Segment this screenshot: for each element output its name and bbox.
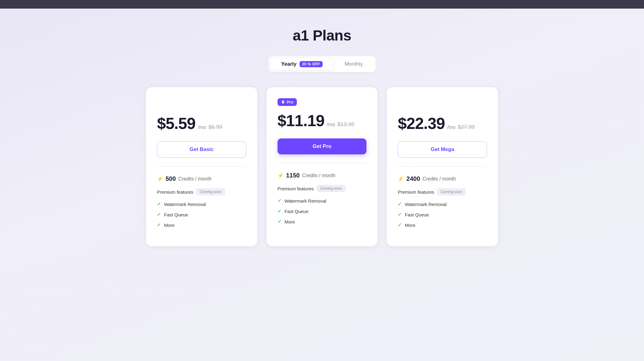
- credits-amount-mega: 2400: [406, 175, 420, 182]
- pro-badge-label: Pro: [287, 100, 293, 104]
- price-row-mega: $22.39 /mo $27.99: [398, 114, 487, 133]
- feature-list-mega: ✓ Watermark Removal ✓ Fast Queue ✓ More: [398, 201, 487, 228]
- feature-queue-basic: ✓ Fast Queue: [157, 212, 246, 217]
- credits-row-basic: ⚡ 500 Credits / month: [157, 175, 246, 182]
- check-icon-watermark-pro: ✓: [278, 198, 282, 204]
- coming-soon-mega: Coming soon: [437, 188, 466, 195]
- check-icon-watermark-basic: ✓: [157, 201, 161, 207]
- credits-amount-basic: 500: [166, 175, 176, 182]
- original-price-basic: $6.99: [209, 124, 222, 130]
- plan-card-pro: ♛ Pro $11.19 /mo $13.99 Get Pro ⚡ 1150 C…: [266, 87, 378, 246]
- price-row-basic: $5.59 /mo $6.99: [157, 114, 246, 133]
- lightning-icon-pro: ⚡: [278, 173, 284, 178]
- discount-badge: 20 % OFF: [300, 61, 323, 67]
- premium-label-mega: Premium features: [398, 189, 434, 195]
- get-mega-button[interactable]: Get Mega: [398, 141, 487, 158]
- plan-card-mega: $22.39 /mo $27.99 Get Mega ⚡ 2400 Credit…: [386, 87, 498, 246]
- coming-soon-pro: Coming soon: [317, 185, 345, 192]
- original-price-pro: $13.99: [337, 121, 354, 128]
- top-bar: [0, 0, 644, 9]
- credits-amount-pro: 1150: [286, 172, 300, 179]
- plan-card-basic: $5.59 /mo $6.99 Get Basic ⚡ 500 Credits …: [146, 87, 258, 246]
- premium-row-pro: Premium features Coming soon: [278, 185, 367, 192]
- check-icon-queue-mega: ✓: [398, 212, 402, 217]
- toggle-yearly[interactable]: Yearly 20 % OFF: [270, 58, 334, 70]
- price-pro: $11.19: [278, 111, 324, 130]
- monthly-label: Monthly: [345, 61, 363, 67]
- credits-label-mega: Credits / month: [423, 176, 456, 182]
- premium-label-pro: Premium features: [278, 186, 314, 191]
- feature-watermark-basic: ✓ Watermark Removal: [157, 201, 246, 207]
- feature-watermark-mega: ✓ Watermark Removal: [398, 201, 487, 207]
- coming-soon-basic: Coming soon: [196, 188, 225, 195]
- premium-row-mega: Premium features Coming soon: [398, 188, 487, 195]
- credits-label-pro: Credits / month: [302, 173, 335, 178]
- plans-container: $5.59 /mo $6.99 Get Basic ⚡ 500 Credits …: [146, 87, 498, 246]
- period-pro: /mo: [327, 122, 335, 127]
- feature-more-mega: ✓ More: [398, 222, 487, 228]
- feature-text-queue-basic: Fast Queue: [164, 212, 188, 217]
- price-basic: $5.59: [157, 114, 195, 133]
- premium-label-basic: Premium features: [157, 189, 193, 195]
- premium-row-basic: Premium features Coming soon: [157, 188, 246, 195]
- page-title: a1 Plans: [293, 27, 351, 44]
- divider-basic: [157, 166, 246, 167]
- period-mega: /mo: [447, 125, 455, 130]
- price-row-pro: $11.19 /mo $13.99: [278, 111, 367, 130]
- page-content: a1 Plans Yearly 20 % OFF Monthly $5.59 /…: [107, 9, 537, 271]
- check-icon-queue-pro: ✓: [278, 208, 282, 214]
- feature-text-more-pro: More: [285, 219, 295, 224]
- get-basic-button[interactable]: Get Basic: [157, 141, 246, 158]
- feature-text-watermark-basic: Watermark Removal: [164, 202, 206, 207]
- lightning-icon-basic: ⚡: [157, 176, 163, 182]
- credits-label-basic: Credits / month: [178, 176, 211, 182]
- get-pro-button[interactable]: Get Pro: [278, 138, 367, 154]
- crown-icon: ♛: [281, 100, 285, 104]
- feature-text-queue-mega: Fast Queue: [405, 212, 429, 217]
- credits-row-mega: ⚡ 2400 Credits / month: [398, 175, 487, 182]
- feature-queue-mega: ✓ Fast Queue: [398, 212, 487, 217]
- billing-toggle: Yearly 20 % OFF Monthly: [268, 56, 376, 72]
- toggle-monthly[interactable]: Monthly: [334, 58, 374, 70]
- feature-list-pro: ✓ Watermark Removal ✓ Fast Queue ✓ More: [278, 198, 367, 224]
- check-icon-more-mega: ✓: [398, 222, 402, 228]
- price-mega: $22.39: [398, 114, 445, 133]
- original-price-mega: $27.99: [458, 124, 475, 130]
- feature-more-pro: ✓ More: [278, 219, 367, 224]
- badge-spacer-basic: [157, 98, 246, 109]
- divider-pro: [278, 163, 367, 163]
- divider-mega: [398, 166, 487, 167]
- badge-spacer-mega: [398, 98, 487, 109]
- check-icon-watermark-mega: ✓: [398, 201, 402, 207]
- feature-more-basic: ✓ More: [157, 222, 246, 228]
- check-icon-queue-basic: ✓: [157, 212, 161, 217]
- yearly-label: Yearly: [281, 61, 297, 67]
- check-icon-more-basic: ✓: [157, 222, 161, 228]
- feature-list-basic: ✓ Watermark Removal ✓ Fast Queue ✓ More: [157, 201, 246, 228]
- lightning-icon-mega: ⚡: [398, 176, 404, 182]
- feature-watermark-pro: ✓ Watermark Removal: [278, 198, 367, 204]
- feature-text-more-basic: More: [164, 223, 174, 228]
- feature-text-queue-pro: Fast Queue: [285, 209, 309, 214]
- feature-text-more-mega: More: [405, 223, 415, 228]
- period-basic: /mo: [198, 125, 206, 130]
- feature-text-watermark-mega: Watermark Removal: [405, 202, 447, 207]
- feature-queue-pro: ✓ Fast Queue: [278, 208, 367, 214]
- pro-badge: ♛ Pro: [278, 98, 297, 106]
- feature-text-watermark-pro: Watermark Removal: [285, 198, 326, 204]
- check-icon-more-pro: ✓: [278, 219, 282, 224]
- credits-row-pro: ⚡ 1150 Credits / month: [278, 172, 367, 179]
